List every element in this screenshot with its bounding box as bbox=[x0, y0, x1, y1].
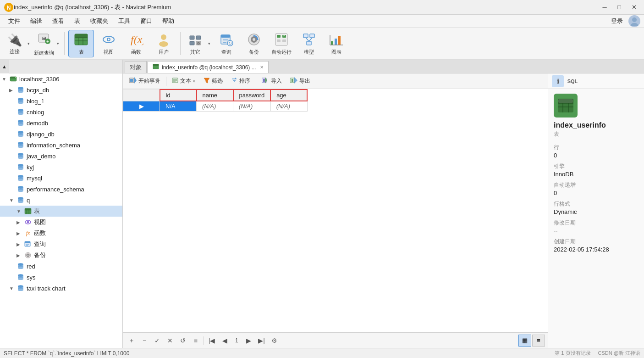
sidebar-item-q-tables[interactable]: ▼ 表 bbox=[0, 206, 122, 217]
cell-id[interactable]: N/A bbox=[160, 101, 197, 112]
sidebar-item-q-backup[interactable]: ▶ 备份 bbox=[0, 250, 122, 261]
sidebar-item-blog1[interactable]: blog_1 bbox=[0, 95, 122, 106]
auto-run-toolbar-button[interactable]: ✓ 自动运行 bbox=[269, 30, 294, 57]
close-button[interactable]: ✕ bbox=[627, 3, 640, 12]
sort-button[interactable]: 排序 bbox=[227, 75, 254, 87]
cell-age[interactable]: (N/A) bbox=[270, 101, 307, 112]
sidebar-item-perf[interactable]: performance_schema bbox=[0, 184, 122, 195]
text-button[interactable]: 文本 ▾ bbox=[168, 75, 199, 87]
view-toolbar-button[interactable]: 视图 bbox=[96, 30, 121, 57]
table-row[interactable]: ▶ N/A (N/A) (N/A) (N/A) bbox=[123, 101, 308, 112]
other-button[interactable]: ⚙ 其它 bbox=[184, 30, 206, 57]
sidebar-item-java-demo[interactable]: java_demo bbox=[0, 151, 122, 162]
sidebar-item-taxi[interactable]: ▼ taxi track chart bbox=[0, 283, 122, 294]
menu-edit[interactable]: 编辑 bbox=[26, 16, 47, 27]
delete-row-button[interactable]: − bbox=[138, 335, 150, 347]
sidebar-scroll-up[interactable]: ▲ bbox=[0, 60, 9, 73]
svg-point-77 bbox=[18, 166, 23, 168]
maximize-button[interactable]: □ bbox=[613, 3, 626, 12]
table-toolbar-button[interactable]: 表 bbox=[68, 30, 94, 57]
connect-dropdown-button[interactable]: ▾ bbox=[26, 30, 31, 57]
model-icon bbox=[302, 32, 316, 48]
sidebar-item-django[interactable]: django_db bbox=[0, 129, 122, 140]
sidebar-tree: ▼ localhost_3306 ▶ bcgs_db b bbox=[0, 73, 122, 348]
tab-home[interactable]: 对象 bbox=[125, 61, 147, 73]
filter-button[interactable]: 筛选 bbox=[200, 75, 226, 87]
menu-tools[interactable]: 工具 bbox=[114, 16, 135, 27]
db-icon-perf bbox=[17, 185, 25, 193]
tab-close-button[interactable]: ✕ bbox=[260, 65, 264, 70]
tab-index-userinfo[interactable]: index_userinfo @q (localhost_3306) ... ✕ bbox=[148, 61, 269, 73]
expand-arrow-q-queries: ▶ bbox=[17, 242, 24, 247]
chart-toolbar-button[interactable]: 图表 bbox=[324, 30, 349, 57]
next-page-button[interactable]: ▶ bbox=[243, 335, 255, 347]
export-button[interactable]: 导出 bbox=[286, 75, 314, 87]
connect-button[interactable]: 🔌 连接 bbox=[4, 30, 26, 57]
function-toolbar-button[interactable]: f(x) 函数 bbox=[123, 30, 149, 57]
right-panel-sql-button[interactable]: SQL bbox=[567, 75, 578, 87]
status-page-info: 第 1 页没有记录 bbox=[555, 350, 590, 357]
user-toolbar-button[interactable]: 用户 bbox=[151, 30, 176, 57]
import-button[interactable]: 导入 bbox=[258, 75, 286, 87]
sidebar-item-red[interactable]: red bbox=[0, 261, 122, 272]
sidebar-item-mysql[interactable]: mysql bbox=[0, 173, 122, 184]
svg-point-79 bbox=[18, 175, 23, 178]
sidebar-item-kyj[interactable]: kyj bbox=[0, 162, 122, 173]
menu-window[interactable]: 窗口 bbox=[136, 16, 157, 27]
add-row-button[interactable]: + bbox=[126, 335, 138, 347]
query-toolbar-button[interactable]: ↻ 查询 bbox=[214, 30, 239, 57]
menu-help[interactable]: 帮助 bbox=[158, 16, 179, 27]
svg-point-94 bbox=[27, 221, 29, 224]
cell-password[interactable]: (N/A) bbox=[233, 101, 271, 112]
menu-view[interactable]: 查看 bbox=[48, 16, 69, 27]
cell-name[interactable]: (N/A) bbox=[197, 101, 233, 112]
sidebar-item-bcgs-db[interactable]: ▶ bcgs_db bbox=[0, 84, 122, 95]
menu-favorites[interactable]: 收藏夹 bbox=[86, 16, 113, 27]
sidebar-item-demodb[interactable]: demodb bbox=[0, 117, 122, 129]
menu-table[interactable]: 表 bbox=[70, 16, 85, 27]
view-icon bbox=[101, 32, 116, 48]
django-label: django_db bbox=[27, 131, 55, 138]
other-dropdown[interactable]: ▾ bbox=[206, 30, 212, 57]
col-header-id[interactable]: id bbox=[160, 90, 197, 101]
col-header-name[interactable]: name bbox=[197, 90, 233, 101]
svg-point-82 bbox=[18, 186, 23, 189]
sidebar-item-q-queries[interactable]: ▶ 查询 bbox=[0, 239, 122, 250]
login-button[interactable]: 登录 bbox=[606, 16, 627, 27]
data-table-container[interactable]: id name password age ▶ N/A (N/A) bbox=[123, 89, 548, 332]
new-query-dropdown[interactable]: ▾ bbox=[55, 30, 61, 57]
last-page-button[interactable]: ▶| bbox=[256, 335, 268, 347]
menu-file[interactable]: 文件 bbox=[4, 16, 25, 27]
col-header-age[interactable]: age bbox=[270, 90, 307, 101]
sidebar-item-q[interactable]: ▼ q bbox=[0, 195, 122, 206]
svg-rect-36 bbox=[277, 35, 281, 38]
prev-page-button[interactable]: ◀ bbox=[219, 335, 231, 347]
sidebar-item-q-funcs[interactable]: ▶ fx 函数 bbox=[0, 228, 122, 239]
right-panel-header: ℹ SQL bbox=[548, 73, 644, 89]
sidebar-item-sys[interactable]: sys bbox=[0, 272, 122, 283]
confirm-button[interactable]: ✓ bbox=[151, 335, 163, 347]
title-bar: N index_userinfo @q (localhost_3306) - 表… bbox=[0, 0, 644, 15]
first-page-button[interactable]: |◀ bbox=[206, 335, 218, 347]
start-tx-button[interactable]: 开始事务 bbox=[126, 75, 164, 87]
mysql-label: mysql bbox=[27, 175, 42, 182]
refresh-button[interactable]: ↺ bbox=[177, 335, 189, 347]
sidebar-item-localhost[interactable]: ▼ localhost_3306 bbox=[0, 73, 122, 84]
function-button-label: 函数 bbox=[131, 49, 141, 56]
minimize-button[interactable]: ─ bbox=[598, 3, 611, 12]
new-query-button[interactable]: ⊞ + 新建查询 bbox=[33, 30, 55, 57]
settings-button[interactable]: ⚙ bbox=[269, 335, 281, 347]
sidebar-item-q-views[interactable]: ▶ 视图 bbox=[0, 217, 122, 228]
grid-view-button[interactable]: ▦ bbox=[518, 335, 531, 347]
backup-toolbar-button[interactable]: 备份 bbox=[241, 30, 267, 57]
col-header-password[interactable]: password bbox=[233, 90, 271, 101]
svg-rect-20 bbox=[190, 36, 194, 39]
list-view-button[interactable]: ≡ bbox=[532, 335, 545, 347]
model-toolbar-button[interactable]: 模型 bbox=[296, 30, 322, 57]
table-icon bbox=[74, 32, 88, 48]
cancel-edit-button[interactable]: ✕ bbox=[164, 335, 176, 347]
table-type-display: 表 bbox=[554, 130, 638, 138]
sidebar-item-info-schema[interactable]: information_schema bbox=[0, 140, 122, 151]
sidebar-item-cnblog[interactable]: cnblog bbox=[0, 106, 122, 117]
right-panel-info-button[interactable]: ℹ bbox=[552, 75, 564, 87]
